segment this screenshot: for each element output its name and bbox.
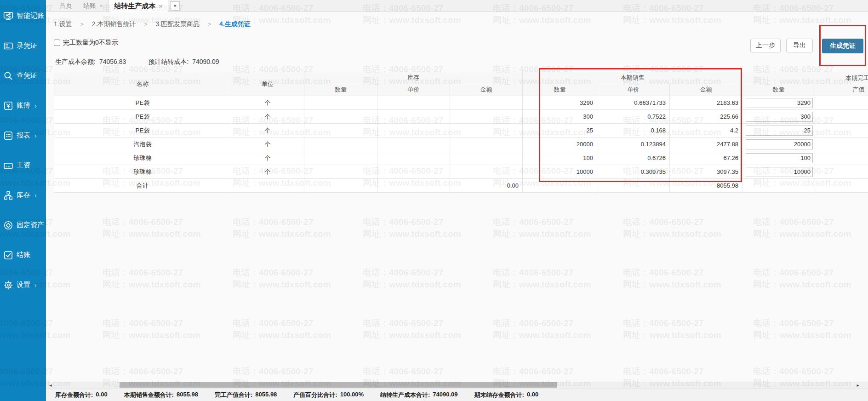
stock-price-cell bbox=[377, 151, 450, 165]
tab-checkout[interactable]: 结账 × bbox=[78, 0, 108, 11]
sales-qty-cell: 300 bbox=[523, 110, 597, 124]
scroll-left-icon[interactable]: ◂ bbox=[47, 382, 54, 388]
status-carryover-total-value: 74090.09 bbox=[433, 391, 457, 399]
unit-cell: 个 bbox=[231, 137, 304, 151]
status-output-pct-value: 100.00% bbox=[340, 391, 364, 399]
chevron-right-icon: › bbox=[34, 132, 37, 139]
finished-qty-cell bbox=[742, 179, 815, 193]
breadcrumb-step-sales-stats[interactable]: 2.本期销售统计 bbox=[92, 20, 136, 29]
ledger-icon bbox=[3, 101, 13, 111]
breadcrumb-step-match-invoice[interactable]: 3.匹配发票商品 bbox=[155, 20, 200, 29]
sales-qty-cell: 25 bbox=[523, 124, 597, 137]
sales-amount-cell: 2477.88 bbox=[670, 137, 742, 151]
sidebar-item-voucher-entry[interactable]: 录凭证 bbox=[0, 31, 46, 61]
table-row: PE袋个250.1684.24.2 bbox=[54, 124, 868, 137]
stock-amount-cell bbox=[450, 110, 523, 124]
sales-price-cell: 0.123894 bbox=[597, 137, 670, 151]
finished-qty-cell bbox=[742, 110, 815, 124]
col-header-sales-amount: 金额 bbox=[670, 83, 742, 96]
sales-amount-total-cell: 8055.98 bbox=[670, 179, 742, 193]
sidebar-item-settings[interactable]: 设置 › bbox=[0, 270, 46, 300]
sidebar-item-inventory[interactable]: 库存 › bbox=[0, 180, 46, 210]
stock-qty-cell bbox=[304, 179, 377, 193]
status-output-total-value: 8055.98 bbox=[255, 391, 277, 399]
sidebar-item-salary[interactable]: 工资 bbox=[0, 150, 46, 180]
unit-cell: 个 bbox=[231, 110, 304, 124]
voucher-search-icon bbox=[3, 71, 13, 81]
generate-voucher-button[interactable]: 生成凭证 bbox=[822, 39, 863, 53]
fixed-asset-icon bbox=[3, 220, 13, 230]
finished-qty-input[interactable] bbox=[746, 139, 813, 149]
inventory-icon bbox=[3, 190, 13, 200]
stock-amount-cell bbox=[450, 137, 523, 151]
horizontal-scrollbar[interactable]: ◂ ▸ bbox=[46, 382, 868, 388]
smart-accounting-icon bbox=[3, 11, 13, 21]
status-bar: 库存金额合计:0.00 本期销售金额合计:8055.98 完工产值合计:8055… bbox=[46, 389, 868, 401]
filter-row: 完工数量为0不显示 bbox=[54, 39, 118, 47]
sales-amount-cell: 2183.63 bbox=[670, 96, 742, 110]
stock-qty-cell bbox=[304, 96, 377, 110]
stock-amount-cell bbox=[450, 124, 523, 137]
sales-price-cell: 0.6726 bbox=[597, 151, 670, 165]
sales-qty-cell bbox=[523, 179, 597, 193]
scrollbar-thumb[interactable] bbox=[120, 382, 557, 388]
sidebar-item-voucher-search[interactable]: 查凭证 bbox=[0, 61, 46, 91]
breadcrumb-separator: > bbox=[144, 21, 147, 28]
chevron-down-icon: ▼ bbox=[173, 4, 177, 8]
table-row: PE袋个32900.663717332183.632183.63 bbox=[54, 96, 868, 110]
stock-qty-cell bbox=[304, 124, 377, 137]
finished-qty-input[interactable] bbox=[746, 153, 813, 163]
product-name-cell: 珍珠棉 bbox=[54, 151, 231, 165]
tab-label: 首页 bbox=[59, 2, 72, 10]
sidebar-item-report[interactable]: 报表 › bbox=[0, 120, 46, 150]
col-header-sales-qty: 数量 bbox=[523, 83, 597, 96]
breadcrumb-step-generate-voucher[interactable]: 4.生成凭证 bbox=[219, 20, 251, 29]
sidebar-item-label: 录凭证 bbox=[17, 41, 37, 50]
breadcrumb-step-settings[interactable]: 1.设置 bbox=[54, 20, 72, 29]
sales-qty-cell: 10000 bbox=[523, 165, 597, 179]
main-area: 首页 结账 × 结转生产成本 × ▼ 1.设置 > 2.本期销售统计 > 3.匹… bbox=[46, 0, 868, 401]
product-name-cell: 汽泡袋 bbox=[54, 137, 231, 151]
tab-list-dropdown[interactable]: ▼ bbox=[170, 1, 180, 11]
sidebar-item-ledger[interactable]: 账簿 › bbox=[0, 91, 46, 120]
report-icon bbox=[3, 131, 13, 141]
finished-qty-input[interactable] bbox=[746, 112, 813, 122]
finished-qty-input[interactable] bbox=[746, 167, 813, 177]
sidebar-item-checkout[interactable]: 结账 bbox=[0, 240, 46, 270]
sidebar-item-label: 固定资产 bbox=[17, 221, 44, 229]
col-group-current-sales: 本期销售 bbox=[523, 72, 742, 83]
sidebar-item-label: 结账 bbox=[17, 251, 30, 259]
output-value-cell: 67.26 bbox=[815, 151, 868, 165]
table-row: 珍珠棉个1000.672667.2667.26 bbox=[54, 151, 868, 165]
sales-price-cell: 0.309735 bbox=[597, 165, 670, 179]
sidebar-item-label: 工资 bbox=[17, 161, 30, 170]
stock-price-cell bbox=[377, 179, 450, 193]
checkout-icon bbox=[3, 250, 13, 260]
sidebar-item-label: 查凭证 bbox=[17, 71, 37, 80]
scroll-right-icon[interactable]: ▸ bbox=[854, 382, 862, 388]
salary-icon bbox=[3, 160, 13, 171]
tab-carryover-production-cost[interactable]: 结转生产成本 × bbox=[108, 0, 169, 12]
close-icon[interactable]: × bbox=[159, 3, 163, 10]
hide-zero-label: 完工数量为0不显示 bbox=[63, 39, 118, 47]
output-value-cell: 2477.88 bbox=[815, 137, 868, 151]
hide-zero-checkbox[interactable] bbox=[54, 40, 60, 46]
close-icon[interactable]: × bbox=[99, 2, 103, 9]
prev-step-button[interactable]: 上一步 bbox=[750, 39, 781, 52]
finished-qty-input[interactable] bbox=[746, 126, 813, 136]
chevron-right-icon: › bbox=[34, 102, 37, 109]
sidebar-item-fixed-asset[interactable]: 固定资产 bbox=[0, 210, 46, 240]
sidebar-item-smart-accounting[interactable]: 智能记账 bbox=[0, 1, 46, 31]
tab-home[interactable]: 首页 bbox=[54, 0, 78, 11]
finished-qty-input[interactable] bbox=[746, 98, 813, 108]
stock-qty-cell bbox=[304, 137, 377, 151]
export-button[interactable]: 导出 bbox=[786, 39, 813, 52]
cost-summary: 生产成本余额: 74056.83 预计结转成本: 74090.09 bbox=[55, 58, 219, 66]
col-header-name: 名称 bbox=[54, 72, 231, 96]
status-sales-total-label: 本期销售金额合计: bbox=[124, 391, 174, 399]
col-header-stock-amount: 金额 bbox=[450, 83, 523, 96]
sidebar-item-label: 报表 bbox=[17, 131, 30, 140]
sales-amount-cell: 67.26 bbox=[670, 151, 742, 165]
table-total-row: 合计0.008055.988055.98 bbox=[54, 179, 868, 193]
table-row: 汽泡袋个200000.1238942477.882477.88 bbox=[54, 137, 868, 151]
